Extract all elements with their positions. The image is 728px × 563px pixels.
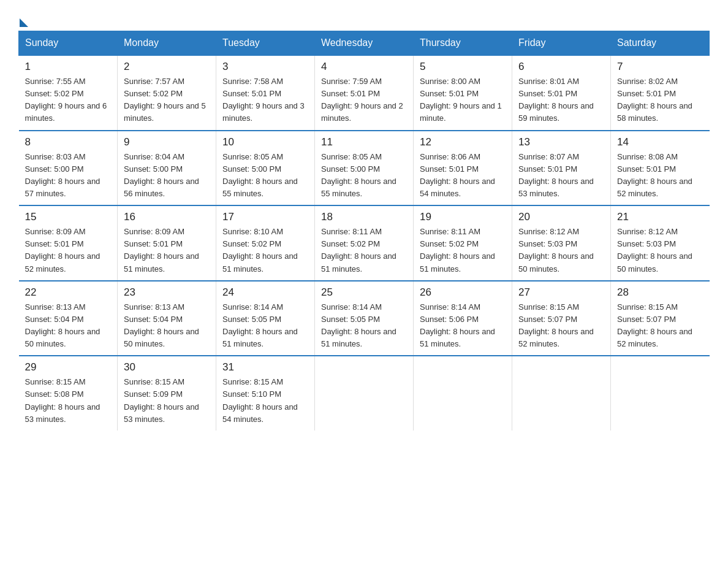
day-number: 26 xyxy=(420,286,506,299)
day-info: Sunrise: 8:09 AM Sunset: 5:01 PM Dayligh… xyxy=(124,226,210,275)
day-number: 4 xyxy=(321,61,407,73)
calendar-cell: 12 Sunrise: 8:06 AM Sunset: 5:01 PM Dayl… xyxy=(414,131,512,206)
calendar-week-1: 1 Sunrise: 7:55 AM Sunset: 5:02 PM Dayli… xyxy=(19,55,710,131)
day-info: Sunrise: 8:13 AM Sunset: 5:04 PM Dayligh… xyxy=(124,301,210,351)
day-info: Sunrise: 7:59 AM Sunset: 5:01 PM Dayligh… xyxy=(321,75,407,125)
day-info: Sunrise: 8:15 AM Sunset: 5:07 PM Dayligh… xyxy=(518,301,604,351)
day-number: 17 xyxy=(222,211,308,223)
day-info: Sunrise: 8:12 AM Sunset: 5:03 PM Dayligh… xyxy=(518,226,604,275)
calendar-cell: 22 Sunrise: 8:13 AM Sunset: 5:04 PM Dayl… xyxy=(19,281,118,356)
day-info: Sunrise: 8:15 AM Sunset: 5:07 PM Dayligh… xyxy=(617,301,703,351)
day-info: Sunrise: 8:15 AM Sunset: 5:08 PM Dayligh… xyxy=(25,376,112,426)
day-info: Sunrise: 8:12 AM Sunset: 5:03 PM Dayligh… xyxy=(617,226,703,275)
calendar-cell: 25 Sunrise: 8:14 AM Sunset: 5:05 PM Dayl… xyxy=(315,281,414,356)
calendar-cell xyxy=(611,356,710,431)
day-number: 25 xyxy=(321,286,407,299)
calendar-cell: 31 Sunrise: 8:15 AM Sunset: 5:10 PM Dayl… xyxy=(216,356,315,431)
column-header-monday: Monday xyxy=(118,31,216,56)
day-info: Sunrise: 8:15 AM Sunset: 5:09 PM Dayligh… xyxy=(124,376,210,426)
day-number: 21 xyxy=(617,211,703,223)
calendar-cell: 7 Sunrise: 8:02 AM Sunset: 5:01 PM Dayli… xyxy=(611,55,710,131)
column-header-tuesday: Tuesday xyxy=(216,31,315,56)
day-info: Sunrise: 8:04 AM Sunset: 5:00 PM Dayligh… xyxy=(124,151,210,201)
calendar-cell: 4 Sunrise: 7:59 AM Sunset: 5:01 PM Dayli… xyxy=(315,55,414,131)
calendar-cell: 28 Sunrise: 8:15 AM Sunset: 5:07 PM Dayl… xyxy=(611,281,710,356)
calendar-week-5: 29 Sunrise: 8:15 AM Sunset: 5:08 PM Dayl… xyxy=(19,356,710,431)
day-number: 11 xyxy=(321,136,407,148)
day-info: Sunrise: 8:13 AM Sunset: 5:04 PM Dayligh… xyxy=(25,301,112,351)
day-info: Sunrise: 7:58 AM Sunset: 5:01 PM Dayligh… xyxy=(222,75,308,125)
day-info: Sunrise: 7:57 AM Sunset: 5:02 PM Dayligh… xyxy=(124,75,210,125)
calendar-cell: 1 Sunrise: 7:55 AM Sunset: 5:02 PM Dayli… xyxy=(19,55,118,131)
calendar-cell: 11 Sunrise: 8:05 AM Sunset: 5:00 PM Dayl… xyxy=(315,131,414,206)
day-info: Sunrise: 8:08 AM Sunset: 5:01 PM Dayligh… xyxy=(617,151,703,201)
day-number: 29 xyxy=(25,361,112,373)
calendar-cell xyxy=(315,356,414,431)
day-number: 16 xyxy=(124,211,210,223)
calendar-week-3: 15 Sunrise: 8:09 AM Sunset: 5:01 PM Dayl… xyxy=(19,205,710,281)
day-info: Sunrise: 8:05 AM Sunset: 5:00 PM Dayligh… xyxy=(321,151,407,201)
day-number: 23 xyxy=(124,286,210,299)
day-number: 10 xyxy=(222,136,308,148)
calendar-cell: 19 Sunrise: 8:11 AM Sunset: 5:02 PM Dayl… xyxy=(414,205,512,281)
day-number: 6 xyxy=(518,61,604,73)
day-number: 19 xyxy=(420,211,506,223)
calendar-cell: 9 Sunrise: 8:04 AM Sunset: 5:00 PM Dayli… xyxy=(118,131,216,206)
day-number: 27 xyxy=(518,286,604,299)
day-info: Sunrise: 8:09 AM Sunset: 5:01 PM Dayligh… xyxy=(25,226,112,275)
page-header xyxy=(18,15,710,25)
calendar-cell: 29 Sunrise: 8:15 AM Sunset: 5:08 PM Dayl… xyxy=(19,356,118,431)
day-number: 30 xyxy=(124,361,210,373)
column-header-wednesday: Wednesday xyxy=(315,31,414,56)
day-info: Sunrise: 8:14 AM Sunset: 5:05 PM Dayligh… xyxy=(321,301,407,351)
calendar-header-row: SundayMondayTuesdayWednesdayThursdayFrid… xyxy=(19,31,710,56)
day-info: Sunrise: 8:06 AM Sunset: 5:01 PM Dayligh… xyxy=(420,151,506,201)
day-number: 8 xyxy=(25,136,112,148)
calendar-cell: 27 Sunrise: 8:15 AM Sunset: 5:07 PM Dayl… xyxy=(512,281,611,356)
logo-triangle-icon xyxy=(20,18,28,27)
day-number: 7 xyxy=(617,61,703,73)
calendar-table: SundayMondayTuesdayWednesdayThursdayFrid… xyxy=(18,31,710,431)
calendar-cell: 20 Sunrise: 8:12 AM Sunset: 5:03 PM Dayl… xyxy=(512,205,611,281)
calendar-cell: 10 Sunrise: 8:05 AM Sunset: 5:00 PM Dayl… xyxy=(216,131,315,206)
column-header-saturday: Saturday xyxy=(611,31,710,56)
calendar-cell: 26 Sunrise: 8:14 AM Sunset: 5:06 PM Dayl… xyxy=(414,281,512,356)
column-header-sunday: Sunday xyxy=(19,31,118,56)
calendar-cell: 23 Sunrise: 8:13 AM Sunset: 5:04 PM Dayl… xyxy=(118,281,216,356)
day-info: Sunrise: 8:01 AM Sunset: 5:01 PM Dayligh… xyxy=(518,75,604,125)
day-number: 15 xyxy=(25,211,112,223)
calendar-cell: 2 Sunrise: 7:57 AM Sunset: 5:02 PM Dayli… xyxy=(118,55,216,131)
calendar-cell: 3 Sunrise: 7:58 AM Sunset: 5:01 PM Dayli… xyxy=(216,55,315,131)
calendar-cell: 6 Sunrise: 8:01 AM Sunset: 5:01 PM Dayli… xyxy=(512,55,611,131)
calendar-week-2: 8 Sunrise: 8:03 AM Sunset: 5:00 PM Dayli… xyxy=(19,131,710,206)
calendar-cell xyxy=(512,356,611,431)
day-info: Sunrise: 8:11 AM Sunset: 5:02 PM Dayligh… xyxy=(420,226,506,275)
day-number: 5 xyxy=(420,61,506,73)
day-info: Sunrise: 8:14 AM Sunset: 5:05 PM Dayligh… xyxy=(222,301,308,351)
day-number: 31 xyxy=(222,361,308,373)
day-number: 9 xyxy=(124,136,210,148)
calendar-cell: 21 Sunrise: 8:12 AM Sunset: 5:03 PM Dayl… xyxy=(611,205,710,281)
day-number: 28 xyxy=(617,286,703,299)
day-info: Sunrise: 8:05 AM Sunset: 5:00 PM Dayligh… xyxy=(222,151,308,201)
calendar-week-4: 22 Sunrise: 8:13 AM Sunset: 5:04 PM Dayl… xyxy=(19,281,710,356)
day-number: 18 xyxy=(321,211,407,223)
calendar-cell: 15 Sunrise: 8:09 AM Sunset: 5:01 PM Dayl… xyxy=(19,205,118,281)
calendar-cell: 30 Sunrise: 8:15 AM Sunset: 5:09 PM Dayl… xyxy=(118,356,216,431)
day-number: 24 xyxy=(222,286,308,299)
day-number: 14 xyxy=(617,136,703,148)
calendar-cell: 24 Sunrise: 8:14 AM Sunset: 5:05 PM Dayl… xyxy=(216,281,315,356)
day-info: Sunrise: 8:11 AM Sunset: 5:02 PM Dayligh… xyxy=(321,226,407,275)
day-info: Sunrise: 8:00 AM Sunset: 5:01 PM Dayligh… xyxy=(420,75,506,125)
calendar-cell: 16 Sunrise: 8:09 AM Sunset: 5:01 PM Dayl… xyxy=(118,205,216,281)
day-info: Sunrise: 8:10 AM Sunset: 5:02 PM Dayligh… xyxy=(222,226,308,275)
day-number: 3 xyxy=(222,61,308,73)
day-info: Sunrise: 8:07 AM Sunset: 5:01 PM Dayligh… xyxy=(518,151,604,201)
day-info: Sunrise: 8:02 AM Sunset: 5:01 PM Dayligh… xyxy=(617,75,703,125)
calendar-cell: 17 Sunrise: 8:10 AM Sunset: 5:02 PM Dayl… xyxy=(216,205,315,281)
calendar-cell: 14 Sunrise: 8:08 AM Sunset: 5:01 PM Dayl… xyxy=(611,131,710,206)
calendar-cell: 13 Sunrise: 8:07 AM Sunset: 5:01 PM Dayl… xyxy=(512,131,611,206)
calendar-cell xyxy=(414,356,512,431)
day-number: 13 xyxy=(518,136,604,148)
column-header-thursday: Thursday xyxy=(414,31,512,56)
